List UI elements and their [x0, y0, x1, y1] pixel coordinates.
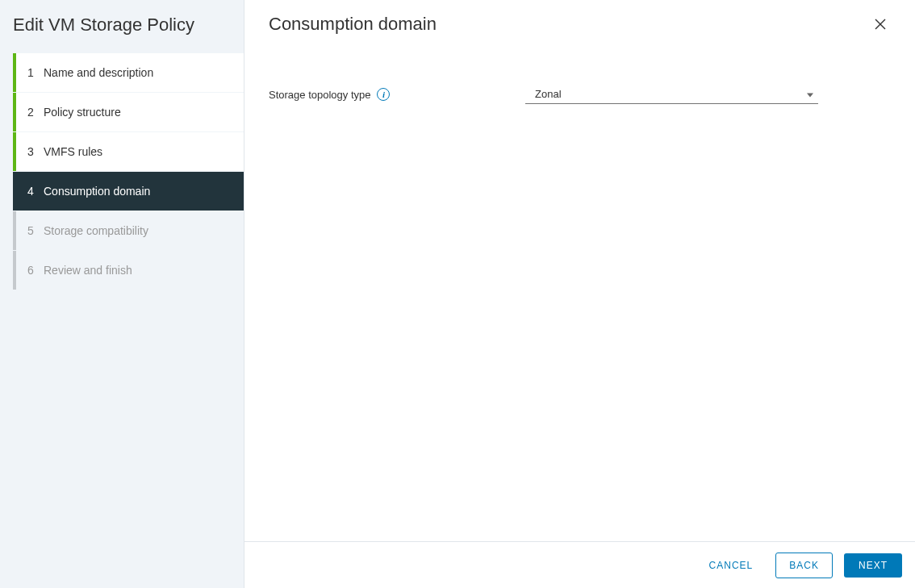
step-number: 1: [27, 66, 44, 79]
step-number: 2: [27, 106, 44, 119]
storage-topology-label-wrap: Storage topology type i: [269, 88, 525, 101]
step-label: Policy structure: [44, 106, 121, 119]
step-policy-structure[interactable]: 2 Policy structure: [13, 93, 244, 131]
step-name-and-description[interactable]: 1 Name and description: [13, 53, 244, 92]
step-storage-compatibility: 5 Storage compatibility: [13, 211, 244, 250]
info-icon[interactable]: i: [377, 88, 390, 101]
cancel-button[interactable]: CANCEL: [698, 553, 765, 578]
storage-topology-row: Storage topology type i Zonal: [269, 85, 891, 104]
main-content: Consumption domain Storage topology type…: [244, 0, 915, 588]
step-review-and-finish: 6 Review and finish: [13, 251, 244, 290]
form-area: Storage topology type i Zonal: [269, 85, 891, 104]
storage-topology-value: Zonal: [535, 88, 562, 100]
step-number: 4: [27, 185, 44, 198]
close-icon: [875, 19, 886, 30]
step-label: VMFS rules: [44, 145, 102, 158]
close-button[interactable]: [870, 14, 891, 35]
page-title: Consumption domain: [269, 14, 437, 35]
wizard-sidebar: Edit VM Storage Policy 1 Name and descri…: [0, 0, 244, 588]
step-label: Review and finish: [44, 264, 132, 277]
step-number: 3: [27, 145, 44, 158]
wizard-footer: CANCEL BACK NEXT: [244, 541, 915, 588]
main-header: Consumption domain: [269, 14, 891, 35]
step-number: 6: [27, 264, 44, 277]
next-button[interactable]: NEXT: [844, 553, 902, 578]
step-number: 5: [27, 224, 44, 237]
step-label: Consumption domain: [44, 185, 150, 198]
wizard-steps: 1 Name and description 2 Policy structur…: [0, 53, 244, 290]
step-vmfs-rules[interactable]: 3 VMFS rules: [13, 132, 244, 171]
step-consumption-domain[interactable]: 4 Consumption domain: [13, 172, 244, 211]
sidebar-title: Edit VM Storage Policy: [0, 0, 244, 53]
back-button[interactable]: BACK: [775, 553, 833, 578]
storage-topology-label: Storage topology type: [269, 89, 370, 101]
step-label: Name and description: [44, 66, 153, 79]
step-label: Storage compatibility: [44, 224, 148, 237]
storage-topology-select[interactable]: Zonal: [525, 85, 818, 104]
